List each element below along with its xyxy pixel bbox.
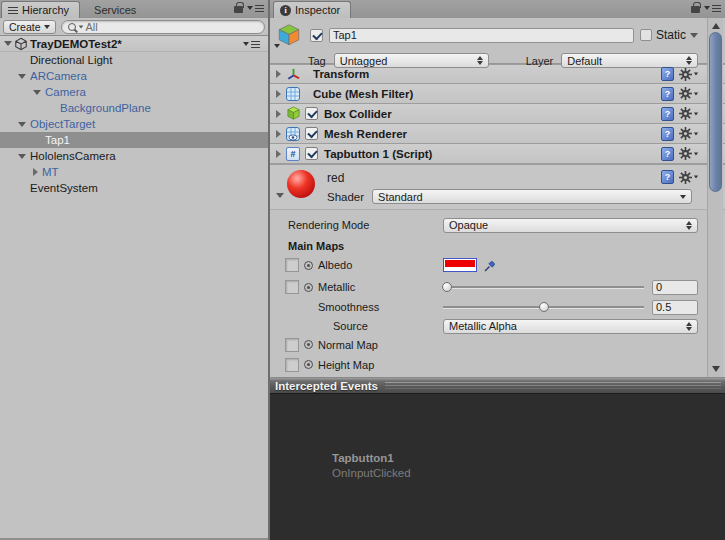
component-enabled-checkbox[interactable] [305,107,318,120]
gameobject-name-field[interactable] [329,28,634,43]
search-input[interactable]: All [61,20,265,34]
foldout-closed-icon[interactable] [276,90,281,98]
metallic-value-field[interactable] [652,280,698,295]
component-tapbutton-script[interactable]: # Tapbutton 1 (Script) ? [270,144,725,164]
scene-menu-icon[interactable] [243,40,260,48]
component-box-collider[interactable]: Box Collider ? [270,104,725,124]
gear-icon[interactable] [679,127,699,140]
static-checkbox[interactable] [640,29,652,41]
gameobject-icon-dropdown[interactable] [274,44,280,48]
foldout-open-icon[interactable] [18,74,26,79]
lock-icon[interactable] [234,6,243,13]
gameobject-active-checkbox[interactable] [310,29,323,42]
shader-dropdown[interactable]: Standard [372,189,692,204]
scene-foldout-icon[interactable] [4,41,12,46]
foldout-open-icon[interactable] [33,90,41,95]
tag-dropdown[interactable]: Untagged [334,53,489,68]
foldout-closed-icon[interactable] [276,110,281,118]
source-dropdown[interactable]: Metallic Alpha [443,319,698,334]
hierarchy-item-hololenscamera[interactable]: HololensCamera [0,148,268,164]
component-mesh-filter[interactable]: Cube (Mesh Filter) ? [270,84,725,104]
tab-inspector[interactable]: i Inspector [273,1,351,18]
smoothness-label: Smoothness [318,301,379,313]
foldout-closed-icon[interactable] [276,130,281,138]
metallic-slider-knob[interactable] [442,282,452,292]
foldout-closed-icon[interactable] [33,168,38,176]
event-method: OnInputClicked [332,467,725,479]
scroll-down-arrow[interactable] [710,363,722,375]
tag-label: Tag [308,55,326,67]
search-icon [68,23,76,31]
smoothness-slider-knob[interactable] [539,302,549,312]
gear-icon[interactable] [679,87,699,100]
intercepted-events-header[interactable]: Intercepted Events [270,377,725,393]
help-icon[interactable]: ? [661,127,674,141]
material-properties: Rendering Mode Opaque Main Maps Albedo [270,217,725,372]
component-enabled-checkbox[interactable] [305,147,318,160]
hierarchy-item-mt[interactable]: MT [0,164,268,180]
albedo-color-swatch[interactable] [443,258,477,272]
create-button[interactable]: Create [3,20,56,34]
foldout-closed-icon[interactable] [276,150,281,158]
component-mesh-renderer[interactable]: Mesh Renderer ? [270,124,725,144]
hierarchy-item-arcamera[interactable]: ARCamera [0,68,268,84]
metallic-row: Metallic [270,279,725,295]
material-header[interactable]: red Shader Standard ? [270,164,725,210]
rendering-mode-dropdown[interactable]: Opaque [443,218,698,233]
hierarchy-item-directional-light[interactable]: Directional Light [0,52,268,68]
pane-menu-icon[interactable] [704,4,721,12]
albedo-texture-slot[interactable] [285,258,299,272]
lock-icon[interactable] [691,6,700,13]
smoothness-slider[interactable] [443,299,644,315]
metallic-label: Metallic [318,281,355,293]
hierarchy-item-objecttarget[interactable]: ObjectTarget [0,116,268,132]
hierarchy-item-tap1-selected[interactable]: Tap1 [0,132,268,148]
normal-map-texture-slot[interactable] [285,338,299,352]
normal-map-row: Normal Map [270,337,725,352]
tab-services[interactable]: Services [80,4,150,18]
metallic-texture-slot[interactable] [285,280,299,294]
smoothness-value-field[interactable] [652,300,698,315]
help-icon[interactable]: ? [661,87,674,101]
rendering-mode-row: Rendering Mode Opaque [270,217,725,233]
scene-header[interactable]: TrayDEMOTest2* [0,36,268,52]
foldout-open-icon[interactable] [18,122,26,127]
metallic-slider[interactable] [443,279,644,295]
hierarchy-item-camera[interactable]: Camera [0,84,268,100]
help-icon[interactable]: ? [661,67,674,81]
component-enabled-checkbox[interactable] [305,127,318,140]
search-filter-arrow[interactable] [78,25,83,28]
foldout-closed-icon[interactable] [276,70,281,78]
albedo-target-icon[interactable] [304,261,313,270]
gear-icon[interactable] [679,171,699,184]
layer-dropdown[interactable]: Default [561,53,698,68]
help-icon[interactable]: ? [661,147,674,161]
pane-menu-icon[interactable] [247,4,264,12]
metallic-target-icon[interactable] [304,283,313,292]
material-foldout-icon[interactable] [276,193,284,198]
inspector-scrollbar[interactable] [707,18,723,377]
foldout-open-icon[interactable] [18,154,26,159]
help-icon[interactable]: ? [661,107,674,121]
gear-icon[interactable] [679,68,699,81]
source-row: Source Metallic Alpha [270,318,725,334]
scrollbar-thumb[interactable] [709,32,722,192]
gear-icon[interactable] [679,147,699,160]
hierarchy-toolbar: Create All [0,18,268,36]
help-icon[interactable]: ? [661,170,674,184]
source-label: Source [333,320,368,332]
eyedropper-icon[interactable] [483,258,498,273]
hierarchy-panel: Hierarchy Services Create All TrayDEMOTe… [0,0,268,540]
tab-hierarchy[interactable]: Hierarchy [1,1,80,18]
dropdown-arrows-icon [686,322,692,331]
hierarchy-item-backgroundplane[interactable]: BackgroundPlane [0,100,268,116]
height-map-texture-slot[interactable] [285,358,299,372]
gameobject-cube-icon[interactable] [276,22,304,48]
hierarchy-item-eventsystem[interactable]: EventSystem [0,180,268,196]
normal-map-target-icon[interactable] [304,340,313,349]
inspector-panel: i Inspector Static [270,0,725,540]
static-dropdown-arrow[interactable] [690,33,698,38]
gear-icon[interactable] [679,107,699,120]
scroll-up-arrow[interactable] [710,20,722,32]
height-map-target-icon[interactable] [304,360,313,369]
